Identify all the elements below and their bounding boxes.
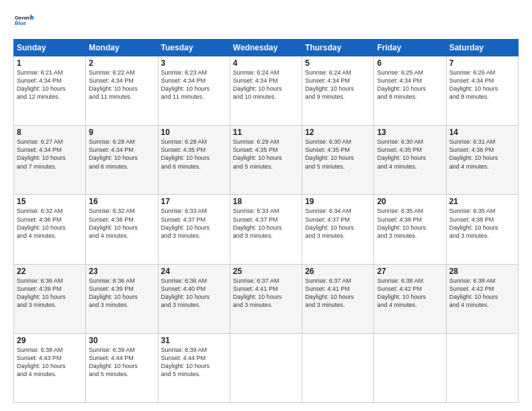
day-number: 8 [17, 128, 83, 137]
day-info: Sunrise: 6:38 AM Sunset: 4:42 PM Dayligh… [377, 277, 443, 310]
day-info: Sunrise: 6:35 AM Sunset: 4:38 PM Dayligh… [449, 207, 515, 240]
day-number: 13 [377, 128, 443, 137]
day-info: Sunrise: 6:38 AM Sunset: 4:43 PM Dayligh… [17, 346, 83, 379]
calendar-week-row: 29Sunrise: 6:38 AM Sunset: 4:43 PM Dayli… [14, 333, 519, 402]
day-info: Sunrise: 6:35 AM Sunset: 4:38 PM Dayligh… [377, 207, 443, 240]
day-number: 22 [17, 267, 83, 276]
calendar-cell [302, 333, 374, 402]
calendar-cell: 4Sunrise: 6:24 AM Sunset: 4:34 PM Daylig… [230, 56, 302, 126]
calendar-cell: 9Sunrise: 6:28 AM Sunset: 4:34 PM Daylig… [86, 126, 158, 195]
weekday-header-sunday: Sunday [14, 40, 86, 56]
day-number: 11 [233, 128, 299, 137]
day-number: 3 [161, 58, 227, 68]
calendar-cell: 1Sunrise: 6:21 AM Sunset: 4:34 PM Daylig… [14, 56, 86, 126]
weekday-header-monday: Monday [86, 40, 158, 56]
calendar-cell: 16Sunrise: 6:32 AM Sunset: 4:36 PM Dayli… [86, 195, 158, 264]
calendar-cell: 13Sunrise: 6:30 AM Sunset: 4:35 PM Dayli… [374, 126, 446, 195]
day-info: Sunrise: 6:26 AM Sunset: 4:34 PM Dayligh… [449, 68, 515, 101]
calendar-cell: 23Sunrise: 6:36 AM Sunset: 4:39 PM Dayli… [86, 264, 158, 333]
calendar-cell: 2Sunrise: 6:22 AM Sunset: 4:34 PM Daylig… [86, 56, 158, 126]
calendar-week-row: 1Sunrise: 6:21 AM Sunset: 4:34 PM Daylig… [14, 56, 519, 126]
calendar-cell [446, 333, 518, 402]
day-info: Sunrise: 6:39 AM Sunset: 4:44 PM Dayligh… [161, 346, 227, 379]
calendar-cell: 29Sunrise: 6:38 AM Sunset: 4:43 PM Dayli… [14, 333, 86, 402]
day-number: 5 [305, 58, 371, 68]
day-number: 6 [377, 58, 443, 68]
calendar-cell: 19Sunrise: 6:34 AM Sunset: 4:37 PM Dayli… [302, 195, 374, 264]
calendar-cell [374, 333, 446, 402]
calendar-cell [230, 333, 302, 402]
calendar-cell: 7Sunrise: 6:26 AM Sunset: 4:34 PM Daylig… [446, 56, 518, 126]
day-number: 16 [89, 197, 154, 206]
day-number: 2 [89, 58, 154, 68]
day-number: 21 [449, 197, 515, 206]
logo: General Blue [13, 11, 34, 32]
day-number: 19 [305, 197, 371, 206]
calendar-cell: 21Sunrise: 6:35 AM Sunset: 4:38 PM Dayli… [446, 195, 518, 264]
day-info: Sunrise: 6:22 AM Sunset: 4:34 PM Dayligh… [89, 68, 154, 101]
calendar-week-row: 8Sunrise: 6:27 AM Sunset: 4:34 PM Daylig… [14, 126, 519, 195]
day-number: 31 [161, 336, 227, 345]
day-info: Sunrise: 6:27 AM Sunset: 4:34 PM Dayligh… [17, 138, 83, 171]
calendar-cell: 3Sunrise: 6:23 AM Sunset: 4:34 PM Daylig… [158, 56, 230, 126]
calendar-week-row: 15Sunrise: 6:32 AM Sunset: 4:36 PM Dayli… [14, 195, 519, 264]
calendar-cell: 31Sunrise: 6:39 AM Sunset: 4:44 PM Dayli… [158, 333, 230, 402]
calendar-week-row: 22Sunrise: 6:36 AM Sunset: 4:39 PM Dayli… [14, 264, 519, 333]
calendar-table: SundayMondayTuesdayWednesdayThursdayFrid… [13, 39, 519, 403]
calendar-cell: 26Sunrise: 6:37 AM Sunset: 4:41 PM Dayli… [302, 264, 374, 333]
calendar-cell: 25Sunrise: 6:37 AM Sunset: 4:41 PM Dayli… [230, 264, 302, 333]
day-number: 18 [233, 197, 299, 206]
calendar-cell: 30Sunrise: 6:39 AM Sunset: 4:44 PM Dayli… [86, 333, 158, 402]
day-info: Sunrise: 6:34 AM Sunset: 4:37 PM Dayligh… [305, 207, 371, 240]
calendar-cell: 10Sunrise: 6:28 AM Sunset: 4:35 PM Dayli… [158, 126, 230, 195]
day-info: Sunrise: 6:28 AM Sunset: 4:35 PM Dayligh… [161, 138, 227, 171]
day-number: 30 [89, 336, 154, 345]
day-number: 4 [233, 58, 299, 68]
day-info: Sunrise: 6:30 AM Sunset: 4:35 PM Dayligh… [377, 138, 443, 171]
calendar-cell: 28Sunrise: 6:38 AM Sunset: 4:42 PM Dayli… [446, 264, 518, 333]
day-info: Sunrise: 6:28 AM Sunset: 4:34 PM Dayligh… [89, 138, 154, 171]
day-info: Sunrise: 6:33 AM Sunset: 4:37 PM Dayligh… [233, 207, 299, 240]
weekday-header-row: SundayMondayTuesdayWednesdayThursdayFrid… [14, 40, 519, 56]
day-number: 17 [161, 197, 227, 206]
day-info: Sunrise: 6:36 AM Sunset: 4:39 PM Dayligh… [89, 277, 154, 310]
day-number: 29 [17, 336, 83, 345]
day-number: 9 [89, 128, 154, 137]
calendar-cell: 17Sunrise: 6:33 AM Sunset: 4:37 PM Dayli… [158, 195, 230, 264]
day-info: Sunrise: 6:21 AM Sunset: 4:34 PM Dayligh… [17, 68, 83, 101]
calendar-cell: 15Sunrise: 6:32 AM Sunset: 4:36 PM Dayli… [14, 195, 86, 264]
day-number: 14 [449, 128, 515, 137]
day-number: 28 [449, 267, 515, 276]
calendar-cell: 14Sunrise: 6:31 AM Sunset: 4:36 PM Dayli… [446, 126, 518, 195]
weekday-header-thursday: Thursday [302, 40, 374, 56]
weekday-header-saturday: Saturday [446, 40, 518, 56]
day-number: 23 [89, 267, 154, 276]
calendar-cell: 12Sunrise: 6:30 AM Sunset: 4:35 PM Dayli… [302, 126, 374, 195]
calendar-page: General Blue SundayMondayTuesdayWednesda… [0, 0, 532, 411]
weekday-header-friday: Friday [374, 40, 446, 56]
day-number: 7 [449, 58, 515, 68]
day-info: Sunrise: 6:23 AM Sunset: 4:34 PM Dayligh… [161, 68, 227, 101]
header: General Blue [13, 11, 519, 32]
day-info: Sunrise: 6:37 AM Sunset: 4:41 PM Dayligh… [305, 277, 371, 310]
weekday-header-wednesday: Wednesday [230, 40, 302, 56]
calendar-cell: 5Sunrise: 6:24 AM Sunset: 4:34 PM Daylig… [302, 56, 374, 126]
day-info: Sunrise: 6:32 AM Sunset: 4:36 PM Dayligh… [89, 207, 154, 240]
day-number: 25 [233, 267, 299, 276]
day-info: Sunrise: 6:31 AM Sunset: 4:36 PM Dayligh… [449, 138, 515, 171]
day-number: 27 [377, 267, 443, 276]
day-info: Sunrise: 6:33 AM Sunset: 4:37 PM Dayligh… [161, 207, 227, 240]
calendar-cell: 24Sunrise: 6:36 AM Sunset: 4:40 PM Dayli… [158, 264, 230, 333]
day-info: Sunrise: 6:25 AM Sunset: 4:34 PM Dayligh… [377, 68, 443, 101]
day-info: Sunrise: 6:37 AM Sunset: 4:41 PM Dayligh… [233, 277, 299, 310]
day-info: Sunrise: 6:32 AM Sunset: 4:36 PM Dayligh… [17, 207, 83, 240]
calendar-cell: 18Sunrise: 6:33 AM Sunset: 4:37 PM Dayli… [230, 195, 302, 264]
day-info: Sunrise: 6:24 AM Sunset: 4:34 PM Dayligh… [305, 68, 371, 101]
calendar-cell: 22Sunrise: 6:36 AM Sunset: 4:39 PM Dayli… [14, 264, 86, 333]
calendar-cell: 27Sunrise: 6:38 AM Sunset: 4:42 PM Dayli… [374, 264, 446, 333]
day-info: Sunrise: 6:36 AM Sunset: 4:39 PM Dayligh… [17, 277, 83, 310]
day-info: Sunrise: 6:36 AM Sunset: 4:40 PM Dayligh… [161, 277, 227, 310]
svg-text:Blue: Blue [15, 20, 27, 26]
calendar-cell: 11Sunrise: 6:29 AM Sunset: 4:35 PM Dayli… [230, 126, 302, 195]
day-number: 1 [17, 58, 83, 68]
